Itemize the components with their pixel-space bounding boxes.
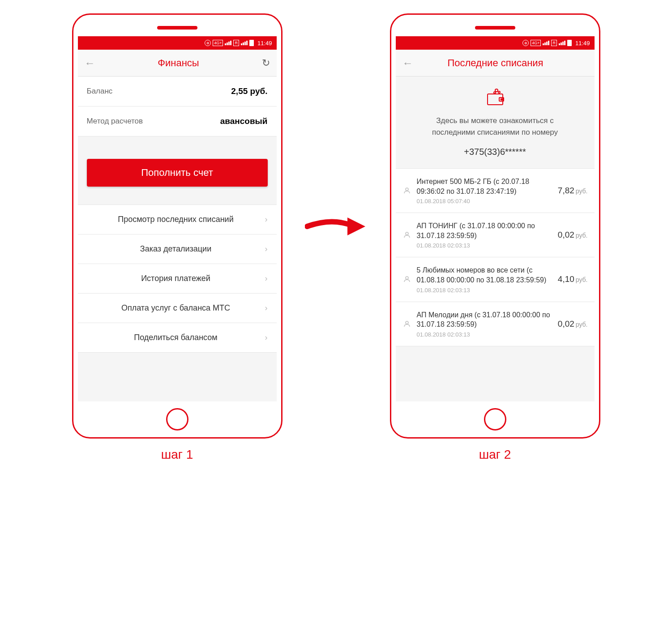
svg-point-2 [501,99,502,100]
charge-row[interactable]: Интернет 500 МБ-2 ГБ (с 20.07.18 09:36:0… [396,168,595,213]
charge-title: АП Мелодии дня (с 31.07.18 00:00:00 по 3… [417,310,552,329]
clock: 11:49 [257,40,272,47]
charge-title: Интернет 500 МБ-2 ГБ (с 20.07.18 09:36:0… [417,177,552,196]
menu-share-balance[interactable]: Поделиться балансом › [78,323,277,353]
page-title: Финансы [95,57,262,69]
back-button[interactable]: ← [85,57,95,69]
screen-charges: ⊕ 4G+ R 11:49 ← Последние списания [396,36,595,401]
page-title: Последние списания [413,57,578,69]
charge-date: 01.08.2018 02:03:13 [417,242,552,249]
charge-row[interactable]: АП ТОНИНГ (с 31.07.18 00:00:00 по 31.07.… [396,213,595,257]
method-row: Метод расчетов авансовый [78,107,277,136]
charge-amount: 0,02 [558,230,574,239]
charge-amount: 7,82 [558,186,574,195]
chevron-right-icon: › [265,244,268,254]
topup-button[interactable]: Пополнить счет [87,159,268,187]
chevron-right-icon: › [265,274,268,283]
balance-row: Баланс 2,55 руб. [78,77,277,107]
step-label-2: шаг 2 [479,447,511,462]
svg-point-7 [406,232,408,235]
home-button[interactable] [166,408,188,430]
charge-date: 01.08.2018 02:03:13 [417,287,552,294]
battery-icon [249,40,254,46]
charge-amount: 0,02 [558,319,574,328]
flow-arrow [305,213,368,240]
globe-icon: ⊕ [522,40,529,46]
charge-title: 5 Любимых номеров во все сети (с 01.08.1… [417,265,552,285]
charge-date: 01.08.2018 02:03:13 [417,331,552,338]
roaming-icon: R [551,40,557,46]
chevron-right-icon: › [265,215,268,224]
charge-row[interactable]: АП Мелодии дня (с 31.07.18 00:00:00 по 3… [396,302,595,346]
charge-row[interactable]: 5 Любимых номеров во все сети (с 01.08.1… [396,257,595,301]
screen-finance: ⊕ 4G+ R 11:49 ← Финансы ↻ [78,36,277,401]
charge-amount: 4,10 [558,274,574,284]
menu-item-label: История платежей [87,274,265,283]
network-type: 4G+ [213,40,223,46]
money-icon [402,230,411,239]
chevron-right-icon: › [265,303,268,313]
phone-speaker [157,26,197,30]
svg-point-3 [495,89,498,92]
phone-speaker [475,26,515,30]
charge-title: АП ТОНИНГ (с 31.07.18 00:00:00 по 31.07.… [417,221,552,240]
menu-pay-from-balance[interactable]: Оплата услуг с баланса МТС › [78,293,277,323]
signal-icon [543,41,549,45]
money-icon [402,320,411,328]
back-button[interactable]: ← [402,57,413,69]
intro-text-2: последними списаниями по номеру [405,127,586,138]
intro-text-1: Здесь вы можете ознакомиться с [405,115,586,127]
balance-label: Баланс [87,87,113,96]
status-bar: ⊕ 4G+ R 11:49 [396,36,595,50]
balance-value: 2,55 руб. [231,86,267,96]
globe-icon: ⊕ [205,40,211,46]
signal-icon [225,41,231,45]
svg-point-6 [406,188,408,191]
svg-point-4 [498,91,500,93]
title-bar: ← Последние списания [396,50,595,77]
signal-icon-2 [559,41,565,45]
currency: руб. [576,276,588,283]
menu-item-label: Просмотр последних списаний [87,215,265,224]
money-icon [402,186,411,195]
menu-payment-history[interactable]: История платежей › [78,264,277,294]
menu-last-charges[interactable]: Просмотр последних списаний › [78,205,277,234]
svg-point-9 [406,321,408,324]
svg-point-8 [406,277,408,279]
chevron-right-icon: › [265,333,268,342]
method-label: Метод расчетов [87,117,143,126]
network-type: 4G+ [531,40,541,46]
battery-icon [567,40,572,46]
method-value: авансовый [220,116,268,126]
currency: руб. [576,232,588,239]
currency: руб. [576,321,588,328]
status-bar: ⊕ 4G+ R 11:49 [78,36,277,50]
charge-date: 01.08.2018 05:07:40 [417,198,552,205]
step-label-1: шаг 1 [161,447,193,462]
roaming-icon: R [233,40,239,46]
wallet-icon [485,88,505,108]
phone-frame-1: ⊕ 4G+ R 11:49 ← Финансы ↻ [72,13,282,439]
home-button[interactable] [484,408,506,430]
menu-item-label: Заказ детализации [87,244,265,254]
signal-icon-2 [241,41,248,45]
menu-order-details[interactable]: Заказ детализации › [78,234,277,264]
clock: 11:49 [575,40,590,47]
menu-item-label: Оплата услуг с баланса МТС [87,303,265,313]
menu-item-label: Поделиться балансом [87,333,265,342]
refresh-button[interactable]: ↻ [262,57,270,69]
phone-frame-2: ⊕ 4G+ R 11:49 ← Последние списания [390,13,600,439]
svg-point-5 [494,92,496,94]
phone-number: +375(33)6****** [405,147,586,157]
money-icon [402,275,411,284]
currency: руб. [576,188,588,195]
title-bar: ← Финансы ↻ [78,50,277,77]
